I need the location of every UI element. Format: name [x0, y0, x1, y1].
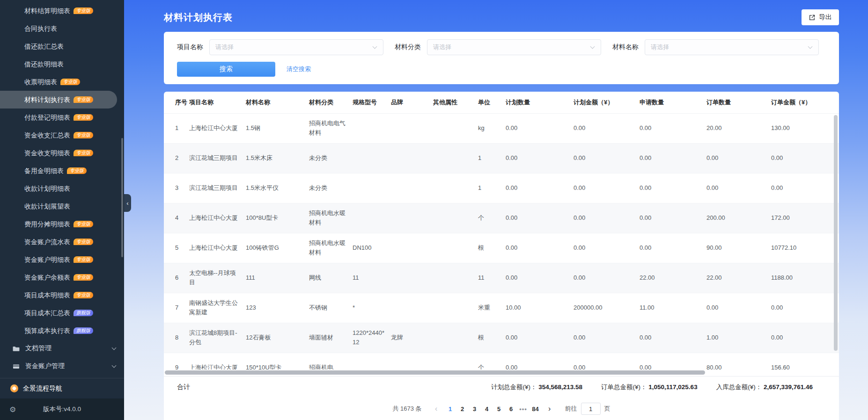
table-cell: 11.00: [640, 293, 706, 323]
sidebar-item[interactable]: 项目成本汇总表旗舰版: [0, 304, 124, 322]
sidebar-item[interactable]: 备用金明细表专业版: [0, 162, 124, 180]
table-cell: 龙牌: [391, 323, 433, 353]
sidebar-item[interactable]: 项目成本明细表专业版: [0, 286, 124, 304]
page-button[interactable]: 1: [444, 403, 456, 415]
table-row: 3滨江花城三期项目1.5米水平仪未分类10.000.000.000.000.00: [164, 173, 839, 203]
sidebar-item-label: 资金收支汇总表: [24, 126, 70, 144]
sidebar-collapse-handle[interactable]: ‹: [124, 194, 131, 212]
vertical-scrollbar-thumb[interactable]: [834, 115, 838, 351]
plan-badge: 专业版: [74, 150, 93, 156]
sidebar-item[interactable]: 材料结算明细表专业版: [0, 2, 124, 20]
sidebar-item[interactable]: 资金收支明细表专业版: [0, 144, 124, 162]
sidebar-item[interactable]: 费用分摊明细表专业版: [0, 215, 124, 233]
table-cell: 4: [164, 203, 189, 233]
sidebar-item[interactable]: 预算成本执行表旗舰版: [0, 322, 124, 340]
sidebar-item[interactable]: 付款登记明细表专业版: [0, 109, 124, 126]
table-cell: 0.00: [574, 143, 640, 173]
table-cell: 22.00: [640, 263, 706, 293]
filter-select-dropdown[interactable]: 请选择: [209, 39, 383, 55]
sidebar-item[interactable]: 收款计划展望表: [0, 197, 124, 215]
chevron-down-icon: [112, 346, 117, 350]
horizontal-scrollbar[interactable]: [164, 369, 839, 376]
table-cell: 10.00: [506, 293, 574, 323]
table-cell: 未分类: [309, 143, 353, 173]
sidebar-group[interactable]: 文档管理: [0, 340, 124, 357]
main-content: 材料计划执行表 导出 项目名称请选择材料分类请选择材料名称请选择 搜索 清空搜索: [124, 0, 868, 420]
filter-label: 材料名称: [612, 43, 639, 51]
table-cell: 墙面辅材: [309, 323, 353, 353]
table-cell: 156.60: [771, 353, 839, 369]
page-jump-input[interactable]: [581, 403, 601, 415]
sidebar-item[interactable]: 资金账户明细表专业版: [0, 251, 124, 268]
sidebar-item-panorama-flow-nav[interactable]: 全景流程导航: [0, 378, 124, 398]
plan-badge: 专业版: [67, 167, 87, 174]
pagination-next-button[interactable]: ›: [544, 403, 555, 415]
clear-search-link[interactable]: 清空搜索: [287, 65, 311, 73]
horizontal-scrollbar-thumb[interactable]: [165, 370, 705, 375]
sidebar-item[interactable]: 资金账户余额表专业版: [0, 268, 124, 286]
table-cell: 滨江花城三期项目: [189, 143, 246, 173]
table-cell: 11: [478, 263, 506, 293]
table-cell: 1.5米木床: [246, 143, 309, 173]
sidebar-group[interactable]: 资金账户管理: [0, 357, 124, 375]
page-button[interactable]: 4: [481, 403, 493, 415]
table-cell: [353, 353, 391, 369]
table-cell: 0.00: [640, 323, 706, 353]
sidebar-item[interactable]: 借还款明细表: [0, 55, 124, 73]
sidebar-item-label: 费用分摊明细表: [24, 215, 70, 233]
table-cell: 0.00: [640, 353, 706, 369]
sidebar-item[interactable]: 资金收支汇总表专业版: [0, 126, 124, 144]
app-root: 材料结算明细表专业版合同执行表借还款汇总表借还款明细表收票明细表专业版材料计划执…: [0, 0, 868, 420]
table-cell: 0.00: [506, 263, 574, 293]
search-button[interactable]: 搜索: [177, 62, 275, 77]
table-cell: 2: [164, 143, 189, 173]
table-cell: 1: [164, 113, 189, 143]
summary-totals: 计划总金额(¥)： 354,568,213.58订单总金额(¥)： 1,050,…: [491, 383, 813, 391]
sidebar-item[interactable]: 收款计划明细表: [0, 180, 124, 197]
column-header: 订单金额（¥）: [771, 92, 839, 113]
column-header: 品牌: [391, 92, 433, 113]
export-button[interactable]: 导出: [802, 9, 839, 25]
table-row: 9上海松江中心大厦150*10U型卡招商机电个0.000.000.0080.00…: [164, 353, 839, 369]
sidebar-item[interactable]: 资金账户流水表专业版: [0, 233, 124, 251]
sidebar-item[interactable]: 材料计划执行表专业版: [0, 91, 117, 109]
sidebar-item-label: 借还款明细表: [24, 55, 64, 73]
table-cell: 上海松江中心大厦: [189, 113, 246, 143]
table-cell: 招商机电水暖材料: [309, 233, 353, 263]
table-cell: 0.00: [640, 113, 706, 143]
filter-select-dropdown[interactable]: 请选择: [645, 39, 819, 55]
table-cell: 0.00: [506, 203, 574, 233]
table-cell: 0.00: [771, 293, 839, 323]
table-cell: 0.00: [506, 233, 574, 263]
sidebar-item[interactable]: 合同执行表: [0, 20, 124, 37]
sidebar-item[interactable]: 收票明细表专业版: [0, 73, 124, 91]
filter-card: 项目名称请选择材料分类请选择材料名称请选择 搜索 清空搜索: [164, 32, 839, 84]
export-icon: [809, 14, 816, 21]
page-button[interactable]: 3: [469, 403, 481, 415]
goto-label: 前往: [565, 405, 577, 413]
column-header: 申请数量: [640, 92, 706, 113]
sidebar-item-label: 收票明细表: [24, 73, 57, 91]
page-button[interactable]: 5: [493, 403, 505, 415]
plan-badge: 专业版: [74, 7, 93, 14]
table-cell: 招商机电: [309, 353, 353, 369]
column-header: 材料名称: [246, 92, 309, 113]
page-button[interactable]: 6: [505, 403, 517, 415]
pagination-ellipsis: •••: [517, 403, 530, 415]
page-button[interactable]: 84: [530, 403, 542, 415]
sidebar-item[interactable]: 借还款汇总表: [0, 37, 124, 55]
gear-icon[interactable]: ⚙: [9, 405, 16, 414]
chevron-down-icon: [808, 44, 813, 49]
goto-suffix: 页: [604, 405, 611, 413]
pagination-prev-button[interactable]: ‹: [431, 403, 442, 415]
filter-field: 项目名称请选择: [177, 39, 383, 55]
filter-select-dropdown[interactable]: 请选择: [427, 39, 601, 55]
vertical-scrollbar[interactable]: [834, 115, 838, 366]
page-button[interactable]: 2: [456, 403, 469, 415]
column-header: 规格型号: [353, 92, 391, 113]
plan-badge: 旗舰版: [74, 327, 93, 334]
table-cell: 0.00: [771, 143, 839, 173]
summary-item: 计划总金额(¥)： 354,568,213.58: [491, 383, 582, 391]
sidebar-scrollbar[interactable]: [121, 138, 123, 257]
table-cell: [433, 113, 478, 143]
